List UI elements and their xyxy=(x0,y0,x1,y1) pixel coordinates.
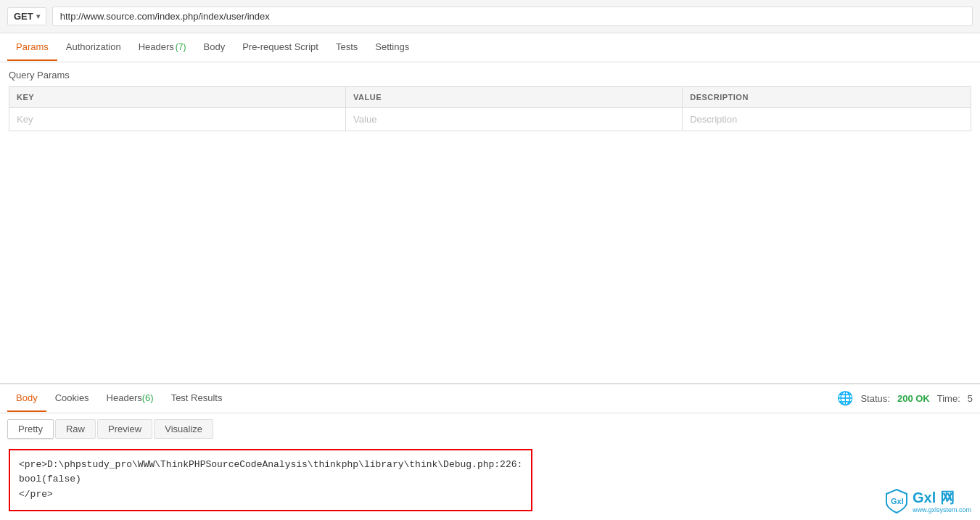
time-label: Time: xyxy=(937,393,960,404)
format-tab-preview[interactable]: Preview xyxy=(97,419,152,439)
response-tab-headers[interactable]: Headers(6) xyxy=(98,385,162,412)
response-tab-body[interactable]: Body xyxy=(7,385,46,412)
section-title: Query Params xyxy=(9,70,971,81)
method-label: GET xyxy=(14,11,33,22)
format-tab-visualize[interactable]: Visualize xyxy=(154,419,213,439)
tab-authorization[interactable]: Authorization xyxy=(57,34,130,61)
desc-input[interactable] xyxy=(690,114,963,125)
params-table: KEY VALUE DESCRIPTION xyxy=(9,86,971,131)
col-value-header: VALUE xyxy=(346,87,683,108)
key-input[interactable] xyxy=(17,114,338,125)
status-value: 200 OK xyxy=(897,393,930,404)
response-section: Body Cookies Headers(6) Test Results 🌐 S… xyxy=(0,383,980,520)
svg-text:Gxl: Gxl xyxy=(891,497,904,505)
tab-prerequest[interactable]: Pre-request Script xyxy=(234,34,327,61)
format-tabs: Pretty Raw Preview Visualize xyxy=(0,413,980,445)
tab-body[interactable]: Body xyxy=(195,34,234,61)
logo-text: Gxl 网 www.gxlsystem.com xyxy=(913,489,971,514)
col-key-header: KEY xyxy=(9,87,346,108)
value-input[interactable] xyxy=(353,114,675,125)
query-params-section: Query Params KEY VALUE DESCRIPTION xyxy=(0,62,980,131)
response-status: 🌐 Status: 200 OK Time: 5 xyxy=(837,390,973,406)
chevron-down-icon: ▾ xyxy=(36,12,40,20)
format-tab-raw[interactable]: Raw xyxy=(55,419,96,439)
time-value: 5 xyxy=(968,393,973,404)
request-tabs: Params Authorization Headers(7) Body Pre… xyxy=(0,33,980,62)
table-row xyxy=(9,108,971,131)
tab-tests[interactable]: Tests xyxy=(327,34,366,61)
method-select[interactable]: GET ▾ xyxy=(7,7,46,25)
shield-icon: Gxl xyxy=(885,488,908,514)
response-tab-test-results[interactable]: Test Results xyxy=(162,385,231,412)
logo-area: Gxl Gxl 网 www.gxlsystem.com xyxy=(885,488,971,514)
col-desc-header: DESCRIPTION xyxy=(683,87,971,108)
format-tab-pretty[interactable]: Pretty xyxy=(7,419,54,439)
globe-icon: 🌐 xyxy=(837,390,853,406)
logo-url-label: www.gxlsystem.com xyxy=(913,506,971,514)
response-tab-cookies[interactable]: Cookies xyxy=(46,385,98,412)
logo-gxl-label: Gxl 网 xyxy=(913,489,971,506)
url-input[interactable] xyxy=(52,7,973,26)
status-label: Status: xyxy=(860,393,889,404)
tab-params[interactable]: Params xyxy=(7,34,57,61)
url-bar: GET ▾ xyxy=(0,0,980,33)
response-body: <pre>D:\phpstudy_pro\WWW\ThinkPHPSourceC… xyxy=(0,445,980,520)
response-pre: <pre>D:\phpstudy_pro\WWW\ThinkPHPSourceC… xyxy=(9,449,532,511)
tab-settings[interactable]: Settings xyxy=(366,34,418,61)
tab-headers[interactable]: Headers(7) xyxy=(130,34,195,61)
response-tabs-bar: Body Cookies Headers(6) Test Results 🌐 S… xyxy=(0,384,980,413)
